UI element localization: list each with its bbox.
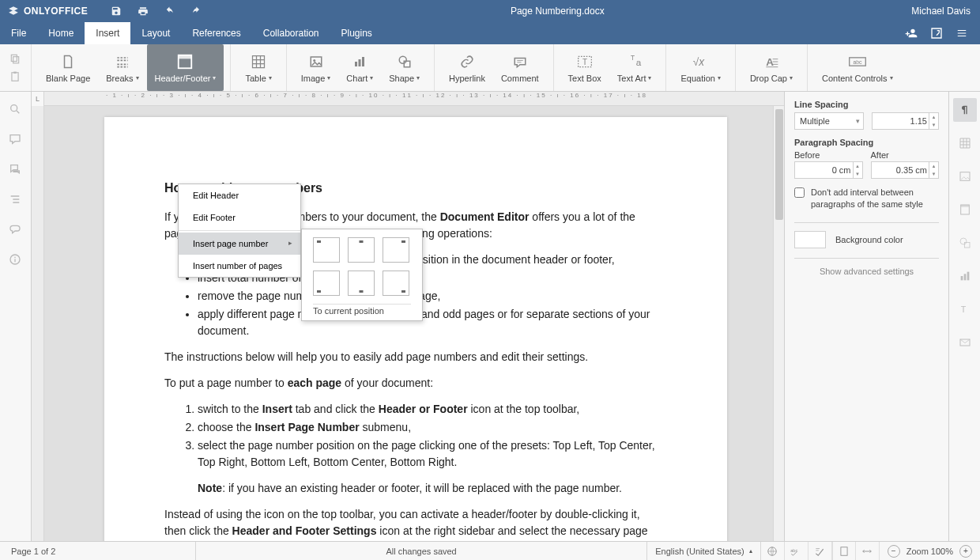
svg-point-28 <box>960 238 967 244</box>
page-canvas[interactable]: How to add page numbers If you need to a… <box>44 106 773 541</box>
search-icon[interactable] <box>9 103 23 117</box>
text-art-tab-icon[interactable]: T <box>953 297 977 321</box>
chart-button[interactable]: Chart▾ <box>338 44 381 91</box>
chart-tab-icon[interactable] <box>953 264 977 288</box>
shape-button[interactable]: Shape▾ <box>381 44 428 91</box>
add-user-icon[interactable] <box>904 26 918 40</box>
text-art-button[interactable]: Ta Text Art▾ <box>609 44 660 91</box>
table-button[interactable]: Table▾ <box>237 44 279 91</box>
spell-check-icon[interactable]: abc <box>785 542 808 560</box>
zoom-control: − Zoom 100% + <box>880 545 980 558</box>
advanced-settings-link[interactable]: Show advanced settings <box>794 267 939 276</box>
paragraph-spacing-label: Paragraph Spacing <box>794 138 939 147</box>
menu-references[interactable]: References <box>181 22 251 44</box>
user-name[interactable]: Michael Davis <box>911 6 971 17</box>
table-tab-icon[interactable] <box>953 131 977 155</box>
save-state-label: All changes saved <box>196 547 646 556</box>
equation-button[interactable]: √x Equation▾ <box>673 44 728 91</box>
save-icon[interactable] <box>110 5 122 17</box>
menu-plugins[interactable]: Plugins <box>330 22 383 44</box>
list-item: choose the Insert Page Number submenu, <box>198 419 656 436</box>
chat-panel-icon[interactable] <box>9 163 23 177</box>
after-spacing-input[interactable]: 0.35 cm▲▼ <box>871 161 940 179</box>
redo-icon[interactable] <box>190 5 203 17</box>
lang-selector[interactable]: English (United States)▴ <box>646 542 761 560</box>
edit-header-item[interactable]: Edit Header <box>179 184 300 206</box>
svg-rect-37 <box>841 547 847 555</box>
pos-top-center[interactable] <box>348 237 375 263</box>
hyperlink-icon <box>458 53 477 70</box>
hyperlink-button[interactable]: Hyperlink <box>441 44 493 91</box>
about-panel-icon[interactable] <box>9 253 23 267</box>
shape-icon <box>395 53 414 70</box>
header-footer-tab-icon[interactable] <box>953 198 977 221</box>
background-color-swatch[interactable] <box>794 231 826 248</box>
menu-home[interactable]: Home <box>37 22 85 44</box>
menu-file[interactable]: File <box>0 22 37 44</box>
pos-bottom-left[interactable] <box>313 271 340 296</box>
menu-layout[interactable]: Layout <box>130 22 181 44</box>
vertical-scrollbar[interactable] <box>773 106 784 541</box>
document-page[interactable]: How to add page numbers If you need to a… <box>104 117 727 541</box>
svg-rect-2 <box>11 73 17 81</box>
blank-page-button[interactable]: Blank Page <box>38 44 98 91</box>
view-settings-icon[interactable] <box>955 26 969 40</box>
feedback-panel-icon[interactable] <box>9 223 23 237</box>
pos-bottom-center[interactable] <box>348 271 375 296</box>
menu-collaboration[interactable]: Collaboration <box>252 22 330 44</box>
to-current-position-item[interactable]: To current position <box>313 306 411 316</box>
comment-icon <box>511 53 530 70</box>
fit-width-icon[interactable] <box>856 542 880 560</box>
page-indicator[interactable]: Page 1 of 2 <box>0 542 196 560</box>
print-icon[interactable] <box>137 5 149 17</box>
svg-rect-0 <box>11 55 17 61</box>
left-sidebar <box>0 92 32 541</box>
undo-icon[interactable] <box>164 5 176 17</box>
breaks-button[interactable]: Breaks▾ <box>98 44 146 91</box>
menu-insert[interactable]: Insert <box>85 22 130 44</box>
no-interval-checkbox[interactable]: Don't add interval between paragraphs of… <box>794 187 939 211</box>
fit-page-icon[interactable] <box>832 542 856 560</box>
svg-rect-10 <box>362 57 364 66</box>
before-spacing-input[interactable]: 0 cm▲▼ <box>794 161 863 179</box>
paragraph-tab-icon[interactable] <box>953 98 977 122</box>
drop-cap-icon: A <box>762 53 781 70</box>
paste-icon[interactable] <box>9 71 23 82</box>
set-doc-lang-icon[interactable] <box>761 542 785 560</box>
line-spacing-type-select[interactable]: Multiple <box>794 112 864 130</box>
blank-page-icon <box>58 53 77 70</box>
content-controls-button[interactable]: abc Content Controls▾ <box>814 44 901 91</box>
svg-text:T: T <box>960 305 966 314</box>
insert-number-of-pages-item[interactable]: Insert number of pages <box>179 255 300 277</box>
zoom-in-button[interactable]: + <box>959 545 972 558</box>
open-location-icon[interactable] <box>929 26 944 40</box>
horizontal-ruler[interactable]: L · 1 · ı · 2 · ı · 3 · ı · 4 · ı · 5 · … <box>32 92 784 106</box>
status-bar: Page 1 of 2 All changes saved English (U… <box>0 541 980 560</box>
mail-merge-tab-icon[interactable] <box>953 331 977 354</box>
pos-bottom-right[interactable] <box>383 271 409 296</box>
shape-tab-icon[interactable] <box>953 231 977 255</box>
scrollbar-thumb[interactable] <box>775 109 783 220</box>
image-button[interactable]: Image▾ <box>293 44 339 91</box>
zoom-value[interactable]: Zoom 100% <box>906 547 953 556</box>
comment-button[interactable]: Comment <box>493 44 547 91</box>
header-footer-button[interactable]: Header/Footer▾ <box>147 44 224 91</box>
image-tab-icon[interactable] <box>953 165 977 188</box>
pos-top-left[interactable] <box>313 237 340 263</box>
edit-footer-item[interactable]: Edit Footer <box>179 206 300 229</box>
vertical-ruler[interactable] <box>32 106 44 541</box>
text-box-button[interactable]: T Text Box <box>560 44 609 91</box>
copy-icon[interactable] <box>9 53 23 64</box>
no-interval-checkbox-input[interactable] <box>794 187 805 198</box>
line-spacing-value-input[interactable]: 1.15▲▼ <box>872 112 940 130</box>
app-logo[interactable]: ONLYOFFICE <box>8 6 88 17</box>
comments-panel-icon[interactable] <box>9 133 23 147</box>
before-label: Before <box>794 150 863 160</box>
equation-icon: √x <box>692 53 710 70</box>
track-changes-icon[interactable] <box>808 542 832 560</box>
pos-top-right[interactable] <box>383 237 409 263</box>
zoom-out-button[interactable]: − <box>888 545 900 558</box>
drop-cap-button[interactable]: A Drop Cap▾ <box>742 44 801 91</box>
insert-page-number-item[interactable]: Insert page number▸ <box>179 233 300 255</box>
navigation-panel-icon[interactable] <box>9 193 23 207</box>
